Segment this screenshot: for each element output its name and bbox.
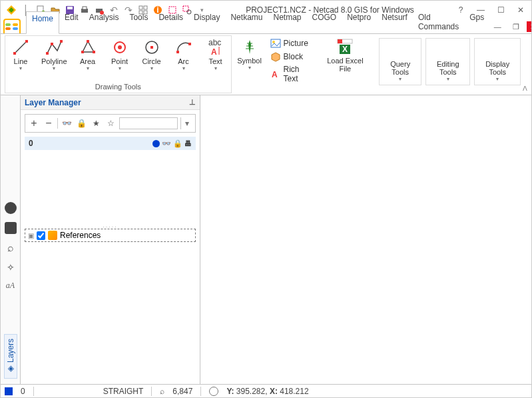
tab-netkamu[interactable]: Netkamu: [225, 11, 268, 33]
mdi-close-button[interactable]: ✕: [527, 21, 532, 32]
panel-header: Layer Manager ⊥: [21, 95, 200, 110]
ribbon-collapse-icon[interactable]: ᐱ: [523, 85, 527, 92]
globe-icon[interactable]: [209, 387, 218, 396]
tab-netpro[interactable]: Netpro: [342, 11, 376, 33]
layer-color-icon[interactable]: [152, 140, 160, 147]
svg-rect-22: [13, 27, 18, 30]
status-color-swatch[interactable]: [5, 387, 13, 395]
side-toolbar: ⌕ ✧ aA ◈ Layers: [1, 95, 21, 384]
main-area: ⌕ ✧ aA ◈ Layers Layer Manager ⊥ + − 👓 🔒 …: [1, 95, 531, 384]
point-button[interactable]: Point▾: [109, 39, 131, 71]
close-button[interactable]: ✕: [513, 3, 529, 17]
svg-rect-10: [139, 6, 142, 9]
layer-list: 0 👓 🔒 🖶: [25, 137, 196, 223]
remove-layer-icon[interactable]: −: [43, 117, 55, 129]
area-button[interactable]: Area▾: [77, 39, 99, 71]
references-checkbox[interactable]: [37, 231, 45, 240]
svg-rect-26: [46, 52, 49, 55]
tab-gps[interactable]: Gps: [464, 11, 489, 33]
mdi-restore-button[interactable]: ❐: [508, 20, 524, 33]
tab-netmap[interactable]: Netmap: [268, 11, 306, 33]
panel-title: Layer Manager: [25, 98, 81, 107]
side-wand-icon[interactable]: ✧: [7, 262, 15, 273]
svg-text:A: A: [272, 70, 278, 79]
svg-rect-28: [60, 40, 63, 43]
side-info-icon[interactable]: [5, 202, 17, 214]
richtext-button[interactable]: ARich Text: [270, 65, 313, 83]
line-button[interactable]: Line▾: [9, 39, 32, 71]
side-search-icon[interactable]: ⌕: [7, 242, 14, 254]
svg-rect-32: [93, 51, 95, 53]
pin-icon[interactable]: ⊥: [189, 98, 196, 107]
svg-rect-38: [188, 43, 191, 45]
layers-tab-vertical[interactable]: ◈ Layers: [4, 334, 17, 379]
status-bar: 0 STRAIGHT ⌕ 6,847 Y: 395.282, X: 418.21…: [1, 384, 531, 397]
layer-search-input[interactable]: [119, 117, 178, 129]
ribbon-tabs: Home Edit Analysis Tools Details Display…: [26, 11, 489, 33]
svg-rect-27: [51, 43, 53, 45]
query-tools-button[interactable]: Query Tools▾: [379, 38, 421, 85]
tab-tools[interactable]: Tools: [124, 11, 153, 33]
side-font-icon[interactable]: aA: [6, 281, 15, 291]
layer-toolbar: + − 👓 🔒 ★ ☆ ▾: [25, 114, 196, 133]
tab-display[interactable]: Display: [188, 11, 225, 33]
svg-rect-30: [81, 51, 84, 53]
svg-rect-50: [338, 39, 342, 43]
layer-print-icon[interactable]: 🖶: [184, 139, 192, 147]
tree-expand-icon[interactable]: ▣: [28, 232, 34, 239]
layers-stack-icon: ◈: [6, 365, 15, 374]
app-icon: [6, 5, 17, 15]
mdi-minimize-button[interactable]: —: [489, 20, 505, 33]
editing-tools-button[interactable]: Editing Tools▾: [425, 38, 470, 85]
ribbon: Line▾ Polyline▾ Area▾ Point▾ Circle▾ Arc…: [1, 34, 531, 95]
tab-oldcommands[interactable]: Old Commands: [413, 11, 464, 33]
polyline-button[interactable]: Polyline▾: [41, 39, 67, 71]
symbol-button[interactable]: Symbol▾: [238, 38, 261, 71]
layer-row-0[interactable]: 0 👓 🔒 🖶: [25, 137, 196, 150]
svg-rect-21: [5, 27, 11, 30]
svg-rect-37: [176, 51, 179, 53]
panel-splitter[interactable]: ·····: [21, 223, 200, 229]
svg-rect-5: [67, 7, 73, 9]
layer-lock-icon[interactable]: 🔒: [173, 139, 182, 148]
svg-rect-20: [13, 23, 18, 26]
add-layer-icon[interactable]: +: [28, 117, 40, 129]
side-book-icon[interactable]: [5, 222, 17, 234]
text-button[interactable]: abcAText▾: [204, 39, 227, 71]
maximize-button[interactable]: ☐: [493, 3, 509, 17]
circle-button[interactable]: Circle▾: [140, 39, 163, 71]
display-tools-button[interactable]: Display Tools▾: [474, 38, 521, 85]
status-mode: STRAIGHT: [103, 387, 144, 396]
status-scale: 6,847: [172, 387, 192, 396]
arc-button[interactable]: Arc▾: [172, 39, 195, 71]
layer-manager-panel: Layer Manager ⊥ + − 👓 🔒 ★ ☆ ▾ 0 👓 🔒 🖶: [21, 95, 200, 384]
tab-cogo[interactable]: COGO: [307, 11, 342, 33]
file-tab[interactable]: [3, 19, 21, 33]
layer-name: 0: [29, 139, 33, 148]
svg-rect-19: [5, 23, 11, 26]
svg-rect-25: [25, 40, 28, 43]
star-down-icon[interactable]: ☆: [105, 117, 117, 129]
tab-netsurf[interactable]: Netsurf: [376, 11, 413, 33]
star-up-icon[interactable]: ★: [90, 117, 102, 129]
references-row[interactable]: ▣ References: [25, 229, 196, 242]
filter-icon[interactable]: ▾: [180, 117, 192, 129]
load-excel-button[interactable]: XLoad Excel File: [322, 38, 369, 73]
tab-analysis[interactable]: Analysis: [84, 11, 125, 33]
picture-button[interactable]: Picture: [270, 38, 313, 49]
references-label: References: [60, 231, 101, 240]
tab-details[interactable]: Details: [153, 11, 188, 33]
block-button[interactable]: Block: [270, 51, 313, 62]
tab-home[interactable]: Home: [26, 11, 59, 34]
svg-marker-29: [83, 41, 94, 52]
svg-text:A: A: [211, 47, 217, 56]
tab-edit[interactable]: Edit: [59, 11, 84, 33]
zoom-icon[interactable]: ⌕: [160, 387, 164, 396]
drawing-tools-group-label: Drawing Tools: [5, 81, 231, 93]
lock-all-icon[interactable]: 🔒: [75, 117, 87, 129]
binoculars-icon[interactable]: 👓: [61, 117, 73, 129]
svg-text:abc: abc: [208, 39, 221, 47]
svg-rect-7: [83, 7, 87, 9]
drawing-canvas[interactable]: [200, 95, 531, 384]
layer-visibility-icon[interactable]: 👓: [162, 139, 171, 148]
